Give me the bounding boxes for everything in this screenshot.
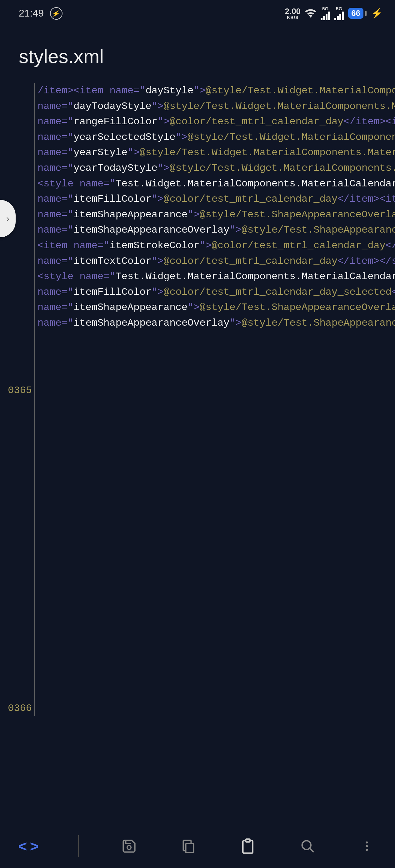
line-gutter: 0365 0366 [0,83,34,716]
line-number: 0366 [0,701,32,716]
svg-line-5 [310,848,314,852]
no-charge-icon: ⚡ [49,6,63,20]
search-button[interactable] [298,837,317,856]
file-title: styles.xml [0,23,395,83]
code-view-button[interactable]: < > [19,837,37,856]
status-bar: 21:49 ⚡ 2.00 KB/S 5G 5G 66 ⚡ [0,0,395,23]
svg-point-7 [366,845,368,847]
more-button[interactable] [358,837,376,856]
svg-rect-1 [186,844,194,853]
charging-icon: ⚡ [371,8,383,19]
wifi-icon [305,8,316,19]
svg-point-0 [127,845,131,849]
code-editor[interactable]: 0365 0366 /item><item name="dayStyle">@s… [0,83,395,716]
save-button[interactable] [120,837,138,856]
line-number: 0365 [0,383,32,398]
toolbar: < > [0,824,395,868]
clock: 21:49 [19,7,44,19]
toolbar-divider [78,835,79,857]
svg-point-8 [366,849,368,851]
svg-rect-3 [246,839,250,842]
clipboard-button[interactable] [238,837,257,856]
data-speed: 2.00 KB/S [285,7,301,20]
code-content[interactable]: /item><item name="dayStyle">@style/Test.… [34,83,395,716]
svg-point-4 [302,841,311,849]
svg-point-6 [366,841,368,844]
copy-button[interactable] [179,837,198,856]
signal-2: 5G [334,6,344,20]
battery-indicator: 66 [348,8,367,19]
signal-1: 5G [321,6,330,20]
